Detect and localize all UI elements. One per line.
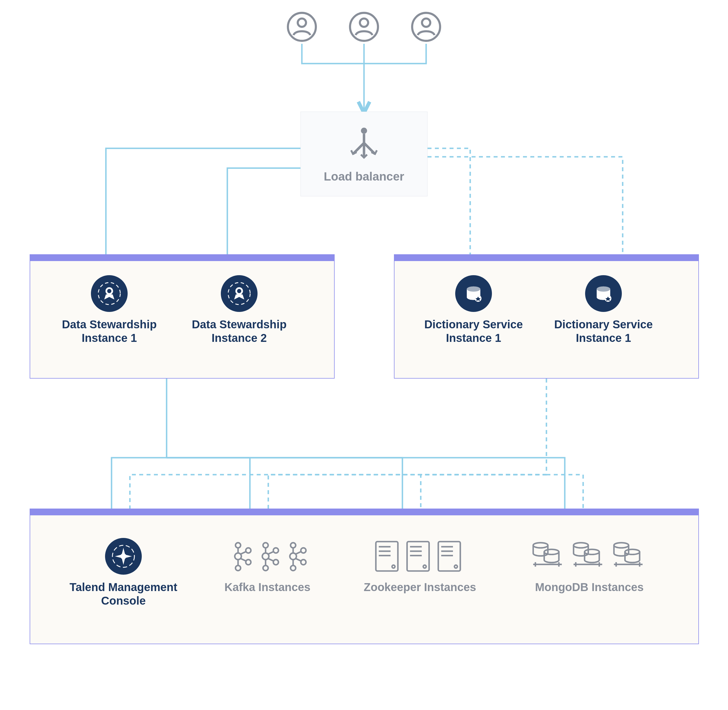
svg-point-31 — [291, 543, 296, 548]
svg-point-6 — [361, 128, 367, 134]
node-label: MongoDB Instances — [535, 580, 643, 594]
svg-point-17 — [597, 286, 610, 292]
stewardship-icon — [221, 275, 258, 312]
node-label: Talend ManagementConsole — [69, 580, 177, 607]
data-stewardship-instance-2: Data StewardshipInstance 2 — [188, 275, 290, 345]
load-balancer-box: Load balancer — [300, 111, 428, 197]
svg-point-30 — [273, 560, 278, 565]
kafka-icon — [222, 538, 313, 575]
svg-point-22 — [235, 553, 241, 559]
dictionary-service-instance-1: Dictionary ServiceInstance 1 — [423, 275, 524, 345]
svg-point-39 — [423, 565, 426, 568]
node-label: Kafka Instances — [224, 580, 311, 594]
svg-point-27 — [262, 553, 269, 559]
node-label: Dictionary ServiceInstance 1 — [424, 318, 523, 345]
svg-point-12 — [237, 289, 242, 293]
node-label: Data StewardshipInstance 2 — [192, 318, 287, 345]
svg-point-29 — [273, 548, 278, 553]
node-label: Data StewardshipInstance 1 — [62, 318, 157, 345]
data-stewardship-instance-1: Data StewardshipInstance 1 — [59, 275, 160, 345]
load-balancer-icon — [346, 125, 382, 161]
svg-point-26 — [263, 543, 268, 548]
node-label: Dictionary ServiceInstance 1 — [554, 318, 653, 345]
dictionary-icon — [455, 275, 492, 312]
kafka-instances: Kafka Instances — [217, 538, 318, 594]
infrastructure-panel: Talend ManagementConsole — [30, 509, 699, 644]
user-icon — [286, 11, 318, 43]
svg-point-5 — [422, 19, 430, 27]
zookeeper-instances: Zookeeper Instances — [360, 538, 479, 594]
svg-point-24 — [246, 548, 251, 553]
svg-point-21 — [236, 543, 240, 548]
svg-point-14 — [467, 286, 480, 292]
svg-point-46 — [614, 543, 628, 548]
svg-point-1 — [297, 19, 306, 27]
svg-point-37 — [392, 565, 395, 568]
svg-point-23 — [236, 566, 240, 571]
svg-point-35 — [301, 560, 306, 565]
node-label: Zookeeper Instances — [364, 580, 476, 594]
data-stewardship-panel: Data StewardshipInstance 1 Data Stewards… — [30, 254, 335, 378]
server-icon — [371, 538, 469, 575]
users-row — [286, 11, 442, 43]
database-cluster-icon — [527, 538, 652, 575]
user-icon — [349, 11, 379, 43]
svg-point-43 — [544, 549, 559, 555]
mongodb-instances: MongoDB Instances — [521, 538, 657, 594]
dictionary-icon — [585, 275, 622, 312]
svg-point-42 — [533, 543, 548, 548]
svg-point-47 — [625, 549, 640, 555]
svg-point-41 — [454, 565, 457, 568]
dictionary-service-panel: Dictionary ServiceInstance 1 Dictionary … — [394, 254, 699, 378]
svg-point-9 — [107, 289, 111, 293]
talend-management-console: Talend ManagementConsole — [67, 538, 180, 607]
svg-point-34 — [301, 548, 306, 553]
svg-point-44 — [574, 543, 588, 548]
user-icon — [410, 11, 442, 43]
svg-point-32 — [290, 553, 296, 559]
compass-icon — [105, 538, 142, 575]
load-balancer-label: Load balancer — [324, 170, 404, 183]
svg-point-45 — [584, 549, 599, 555]
svg-point-33 — [291, 566, 296, 571]
svg-point-25 — [246, 560, 251, 565]
svg-point-3 — [360, 19, 368, 27]
dictionary-service-instance-2: Dictionary ServiceInstance 1 — [553, 275, 654, 345]
diagram-canvas: Load balancer Data StewardshipInstance 1… — [0, 0, 728, 710]
svg-point-28 — [263, 566, 268, 571]
stewardship-icon — [91, 275, 127, 312]
